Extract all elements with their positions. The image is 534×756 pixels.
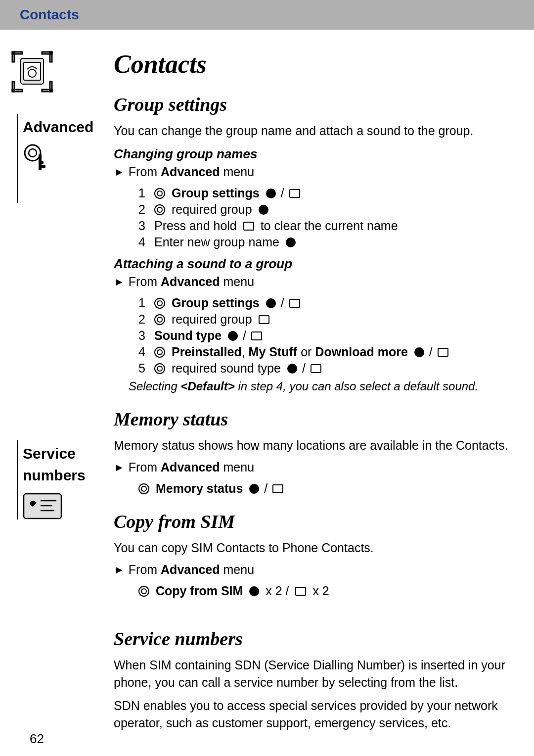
sidebar-advanced-content: Advanced <box>23 114 93 203</box>
arrow-right-2: ► <box>114 276 125 288</box>
section-group-settings: Group settings You can change the group … <box>114 94 514 393</box>
sidebar: Advanced Service numbers <box>10 49 109 747</box>
from-advanced-arrow-4: ► From Advanced menu <box>114 563 514 581</box>
page-title: Contacts <box>114 49 514 79</box>
circle-filled-icon <box>414 347 424 357</box>
circle-filled-icon <box>249 586 259 596</box>
memory-status-step: Memory status / <box>138 481 514 496</box>
sidebar-advanced-label: Advanced <box>23 119 93 136</box>
scroll-icon <box>154 347 165 358</box>
svg-point-12 <box>29 149 37 157</box>
step-item: 3 Sound type / <box>138 329 514 343</box>
subsection-changing-group-names: Changing group names <box>114 146 514 162</box>
from-advanced-text-1: From Advanced menu <box>129 165 254 179</box>
step-item: 2 required group <box>138 312 514 327</box>
scroll-icon <box>154 188 165 199</box>
header-bar: Contacts <box>0 0 534 30</box>
section-heading-group-settings: Group settings <box>114 94 514 115</box>
scroll-icon <box>138 586 149 597</box>
circle-filled-icon <box>266 189 276 198</box>
step-item: 4 Preinstalled, My Stuff or Download mor… <box>138 345 514 359</box>
from-advanced-arrow-3: ► From Advanced menu <box>114 460 514 478</box>
circle-filled-icon <box>266 298 276 308</box>
section-copy-from-sim: Copy from SIM You can copy SIM Contacts … <box>114 511 514 598</box>
subsection-attaching-sound: Attaching a sound to a group <box>114 256 514 272</box>
sidebar-advanced-block: Advanced <box>17 114 93 203</box>
header-title: Contacts <box>20 7 79 23</box>
circle-filled-icon <box>259 205 268 215</box>
step-item: 5 required sound type / <box>138 361 514 376</box>
section-heading-copy-from-sim: Copy from SIM <box>114 511 514 532</box>
step-item: 2 required group <box>138 202 514 217</box>
arrow-right-1: ► <box>114 166 125 179</box>
service-numbers-desc2: SDN enables you to access special servic… <box>114 697 514 732</box>
scroll-icon <box>154 363 165 374</box>
changing-group-names-steps: 1 Group settings / 2 required group 3 Pr… <box>138 186 514 249</box>
sidebar-vline-1 <box>17 114 18 203</box>
square-icon <box>243 222 254 231</box>
step-item: 1 Group settings / <box>138 296 514 310</box>
step-item: 4 Enter new group name <box>138 235 514 249</box>
memory-status-desc: Memory status shows how many locations a… <box>114 437 514 454</box>
square-icon <box>251 331 262 340</box>
scroll-icon <box>154 204 165 215</box>
svg-rect-15 <box>39 161 44 164</box>
attaching-sound-note: Selecting <Default> in step 4, you can a… <box>129 379 514 393</box>
from-advanced-text-2: From Advanced menu <box>129 275 254 289</box>
step-item: 3 Press and hold to clear the current na… <box>138 219 514 233</box>
advanced-icon <box>23 141 50 180</box>
main-content: Contacts Group settings You can change t… <box>109 49 514 747</box>
circle-filled-icon <box>228 331 238 341</box>
section-service-numbers: Service numbers When SIM containing SDN … <box>114 628 514 732</box>
arrow-right-4: ► <box>114 564 125 576</box>
square-icon <box>259 315 269 324</box>
section-memory-status: Memory status Memory status shows how ma… <box>114 408 514 496</box>
from-advanced-arrow-1: ► From Advanced menu <box>114 165 514 183</box>
page-content: Advanced Service numbers <box>0 30 534 756</box>
sidebar-vline-2 <box>17 440 18 520</box>
square-icon <box>289 189 300 198</box>
square-icon <box>272 484 283 493</box>
copy-from-sim-step: Copy from SIM x 2 / x 2 <box>138 584 514 598</box>
sidebar-service-label2: numbers <box>23 467 86 484</box>
from-advanced-arrow-2: ► From Advanced menu <box>114 275 514 293</box>
scroll-icon <box>154 314 165 325</box>
arrow-right-3: ► <box>114 461 125 474</box>
square-icon <box>289 299 300 308</box>
circle-filled-icon <box>287 364 297 374</box>
page-number: 62 <box>30 731 44 747</box>
scroll-icon <box>138 483 149 494</box>
from-advanced-text-3: From Advanced menu <box>129 460 254 474</box>
service-icon <box>23 489 62 523</box>
group-settings-desc: You can change the group name and attach… <box>114 122 514 140</box>
sidebar-service-label1: Service <box>23 445 86 462</box>
service-numbers-desc1: When SIM containing SDN (Service Diallin… <box>114 657 514 691</box>
circle-filled-icon <box>286 237 296 247</box>
sidebar-contacts-section <box>10 49 54 94</box>
attaching-sound-steps: 1 Group settings / 2 required group 3 So… <box>138 296 514 376</box>
step-item: 1 Group settings / <box>138 186 514 200</box>
section-heading-memory-status: Memory status <box>114 408 514 430</box>
svg-rect-14 <box>39 165 45 168</box>
copy-from-sim-desc: You can copy SIM Contacts to Phone Conta… <box>114 539 514 557</box>
square-icon <box>438 348 448 357</box>
square-icon <box>295 587 306 596</box>
sidebar-service-content: Service numbers <box>23 440 86 523</box>
contacts-icon <box>10 49 54 94</box>
scroll-icon <box>154 298 165 309</box>
square-icon <box>311 364 321 373</box>
circle-filled-icon <box>249 484 259 494</box>
sidebar-service-block: Service numbers <box>17 440 86 523</box>
svg-point-11 <box>25 145 41 161</box>
section-heading-service-numbers: Service numbers <box>114 628 514 650</box>
from-advanced-text-4: From Advanced menu <box>129 563 254 577</box>
